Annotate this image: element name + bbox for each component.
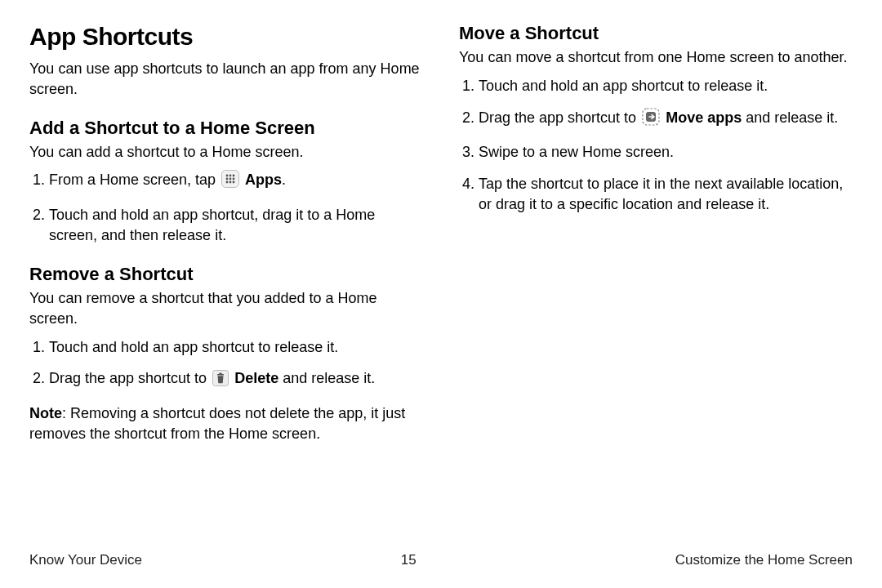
heading-add-shortcut: Add a Shortcut to a Home Screen [29, 118, 423, 139]
intro-text: You can use app shortcuts to launch an a… [29, 59, 423, 100]
move-intro: You can move a shortcut from one Home sc… [459, 47, 853, 68]
svg-rect-12 [219, 373, 221, 375]
add-intro: You can add a shortcut to a Home screen. [29, 142, 423, 163]
footer-right: Customize the Home Screen [675, 552, 853, 568]
page-number: 15 [401, 552, 416, 568]
page-title: App Shortcuts [29, 23, 423, 51]
trash-icon [212, 370, 229, 392]
svg-point-1 [226, 175, 229, 177]
svg-point-2 [229, 175, 232, 177]
list-item: Swipe to a new Home screen. [479, 142, 853, 163]
step-text: From a Home screen, tap [49, 172, 220, 188]
apps-label: Apps [245, 172, 282, 188]
heading-remove-shortcut: Remove a Shortcut [29, 264, 423, 285]
page-footer: Know Your Device 15 Customize the Home S… [29, 552, 853, 568]
apps-grid-icon [221, 170, 239, 194]
list-item: Drag the app shortcut to Move apps and r… [479, 108, 853, 131]
step-text: Drag the app shortcut to [49, 370, 211, 386]
list-item: Tap the shortcut to place it in the next… [479, 174, 853, 215]
note-label: Note [29, 405, 62, 421]
remove-note: Note: Removing a shortcut does not delet… [29, 403, 423, 444]
list-item: Drag the app shortcut to Delete and rele… [49, 368, 423, 392]
footer-left: Know Your Device [29, 552, 142, 568]
step-text: and release it. [278, 370, 375, 386]
move-apps-label: Move apps [666, 109, 742, 126]
list-item: Touch and hold an app shortcut to releas… [49, 337, 423, 358]
svg-point-7 [226, 181, 229, 184]
note-body: : Removing a shortcut does not delete th… [29, 405, 405, 442]
list-item: From a Home screen, tap Apps. [49, 170, 423, 194]
move-apps-icon [642, 108, 660, 131]
remove-intro: You can remove a shortcut that you added… [29, 288, 423, 329]
remove-steps: Touch and hold an app shortcut to releas… [29, 337, 423, 393]
step-text: Drag the app shortcut to [479, 109, 640, 126]
add-steps: From a Home screen, tap Apps. Touch and … [29, 170, 423, 245]
page-body: App Shortcuts You can use app shortcuts … [0, 0, 882, 523]
svg-point-5 [229, 178, 232, 180]
svg-point-9 [233, 181, 235, 184]
svg-point-8 [229, 181, 232, 184]
step-text: . [282, 172, 286, 188]
move-steps: Touch and hold an app shortcut to releas… [459, 76, 853, 215]
svg-point-3 [233, 175, 235, 177]
svg-point-6 [233, 178, 235, 180]
list-item: Touch and hold an app shortcut to releas… [479, 76, 853, 96]
svg-rect-11 [217, 374, 224, 376]
list-item: Touch and hold an app shortcut, drag it … [49, 205, 423, 246]
delete-label: Delete [234, 370, 278, 386]
svg-point-4 [226, 178, 229, 180]
heading-move-shortcut: Move a Shortcut [459, 23, 853, 44]
step-text: and release it. [742, 109, 838, 126]
